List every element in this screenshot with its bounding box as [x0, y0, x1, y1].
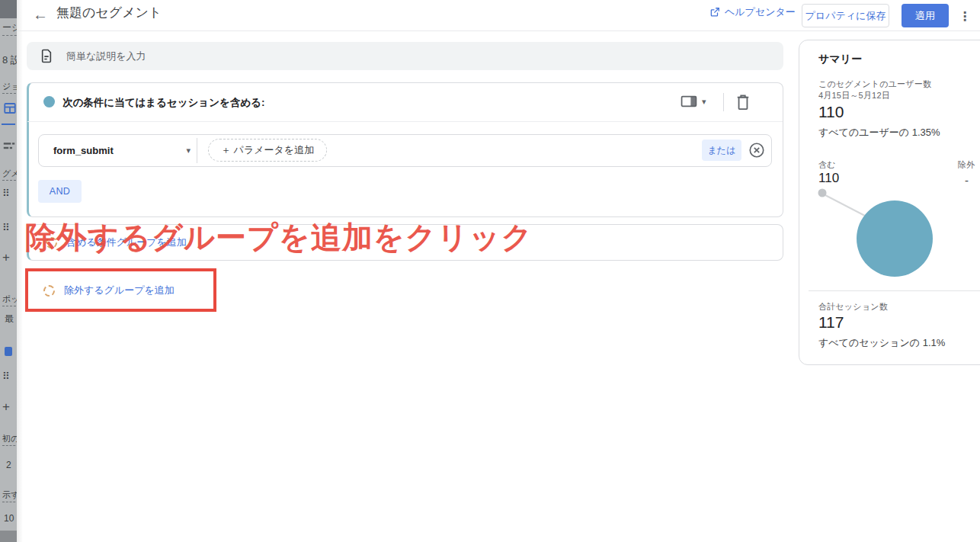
- event-select[interactable]: form_submit ▾: [53, 140, 191, 161]
- sidebar-fragment: 8 設: [2, 53, 17, 67]
- include-scope-dot: [43, 96, 55, 107]
- panel-edge-shadow: [17, 0, 23, 542]
- apply-button[interactable]: 適用: [902, 4, 949, 27]
- sidebar-fragment: ポッ: [2, 293, 17, 306]
- sidebar-dark-block-top: [0, 0, 17, 18]
- add-exclude-group-row: 除外するグループを追加: [27, 274, 210, 306]
- summary-sessions-value: 117: [818, 313, 844, 332]
- add-include-group-card: 含める条件グループを追加: [27, 224, 783, 261]
- header-divider-vertical: [723, 93, 724, 111]
- card-header-divider: [27, 121, 783, 122]
- sidebar-fragment: 示す: [2, 489, 17, 502]
- sidebar-partial-icon: [5, 347, 12, 356]
- condition-divider-vertical: [197, 138, 197, 163]
- chevron-down-icon: ▾: [186, 146, 191, 156]
- description-placeholder: 簡単な説明を入力: [66, 50, 146, 63]
- summary-users-caption: このセグメントのユーザー数: [818, 79, 931, 90]
- sidebar-selected-underline: [2, 123, 15, 125]
- summary-users-value: 110: [818, 103, 844, 121]
- remove-condition-button[interactable]: [748, 142, 765, 159]
- plus-icon[interactable]: +: [2, 250, 10, 265]
- add-include-group-link[interactable]: 含める条件グループを追加: [66, 236, 187, 249]
- sidebar-fragment: 2: [6, 460, 11, 470]
- dimmed-sidebar-strip: ージ 8 設 ジョ グメ ⠿ ⠿ + ポッ 最 ⠿ + 初の 2 示す 10: [0, 0, 17, 542]
- sidebar-dark-block-bottom: [0, 531, 17, 542]
- summary-divider: [809, 290, 980, 291]
- drag-handle-icon[interactable]: ⠿: [2, 222, 9, 233]
- save-to-property-button[interactable]: プロパティに保存: [802, 4, 889, 27]
- drag-handle-icon[interactable]: ⠿: [2, 370, 9, 382]
- or-button[interactable]: または: [702, 140, 741, 161]
- sidebar-fragment: ジョ: [2, 81, 17, 94]
- sidebar-fragment: グメ: [2, 168, 17, 181]
- session-scope-icon: [681, 95, 697, 108]
- tab-settings-icon[interactable]: [3, 141, 15, 152]
- segment-builder-page: ージ 8 設 ジョ グメ ⠿ ⠿ + ポッ 最 ⠿ + 初の 2 示す 10 ←…: [0, 0, 980, 542]
- and-button[interactable]: AND: [38, 180, 82, 203]
- back-button[interactable]: ←: [30, 5, 50, 24]
- delete-card-button[interactable]: [735, 94, 754, 112]
- chevron-down-icon: ▾: [702, 97, 706, 107]
- summary-sessions-percent: すべてのセッションの 1.1%: [818, 336, 945, 350]
- segment-description-input[interactable]: 簡単な説明を入力: [27, 42, 783, 70]
- scope-selector-button[interactable]: ▾: [681, 95, 706, 108]
- plus-icon[interactable]: +: [2, 399, 10, 415]
- event-name: form_submit: [53, 145, 114, 156]
- overflow-menu-button[interactable]: ⋮: [957, 6, 972, 26]
- help-center-label: ヘルプセンター: [725, 5, 796, 19]
- dashed-circle-icon: [46, 237, 57, 249]
- dashed-circle-icon: [43, 285, 55, 297]
- add-exclude-group-link[interactable]: 除外するグループを追加: [64, 284, 175, 297]
- topbar-divider: [17, 30, 980, 31]
- summary-include-value: 110: [818, 171, 839, 186]
- summary-title: サマリー: [818, 53, 862, 66]
- add-parameter-button[interactable]: ＋ パラメータを追加: [208, 139, 327, 162]
- summary-panel: サマリー このセグメントのユーザー数 4月15日～5月12日 110 すべてのユ…: [799, 40, 980, 365]
- table-icon[interactable]: [3, 101, 17, 115]
- sidebar-fragment: 10: [4, 513, 14, 524]
- segment-pie-chart: [799, 185, 980, 292]
- sidebar-fragment: 最: [5, 313, 14, 326]
- summary-exclude-label: 除外: [958, 159, 975, 171]
- external-link-icon: [709, 7, 720, 18]
- summary-date-range: 4月15日～5月12日: [818, 90, 890, 101]
- include-card-title: 次の条件に当てはまるセッションを含める:: [62, 96, 264, 110]
- sidebar-fragment: 初の: [2, 433, 17, 446]
- sidebar-fragment: ージ: [2, 21, 17, 36]
- summary-sessions-caption: 合計セッション数: [818, 301, 888, 313]
- page-title: 無題のセグメント: [56, 4, 162, 21]
- summary-include-label: 含む: [818, 159, 836, 171]
- summary-users-percent: すべてのユーザーの 1.35%: [818, 126, 940, 140]
- drag-handle-icon[interactable]: ⠿: [2, 188, 9, 199]
- help-center-link[interactable]: ヘルプセンター: [709, 5, 796, 19]
- document-icon: [40, 49, 53, 63]
